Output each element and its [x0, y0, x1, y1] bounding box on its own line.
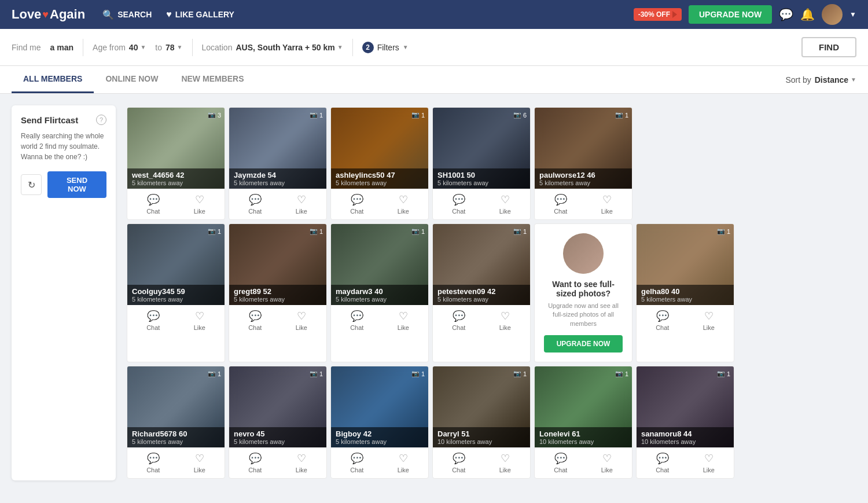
upgrade-now-button[interactable]: UPGRADE NOW	[544, 335, 623, 353]
like-action[interactable]: ♡ Like	[499, 452, 511, 473]
location-label: Location	[202, 43, 233, 52]
chat-label: Chat	[656, 324, 669, 331]
find-button[interactable]: FIND	[801, 37, 856, 57]
chat-action[interactable]: 💬 Chat	[350, 310, 363, 331]
photo-count: 📷 1	[717, 370, 730, 377]
like-action[interactable]: ♡ Like	[703, 310, 715, 331]
like-label: Like	[296, 467, 307, 473]
card-actions: 💬 Chat ♡ Like	[637, 305, 734, 336]
flirtcast-help-icon[interactable]: ?	[96, 115, 106, 125]
nav-search[interactable]: 🔍 SEARCH	[102, 9, 152, 20]
member-photo: 📷 1 Bigboy 42 5 kilometers away	[331, 366, 428, 447]
tab-new-members[interactable]: NEW MEMBERS	[170, 66, 255, 93]
photo-count-value: 1	[218, 370, 221, 377]
chat-action[interactable]: 💬 Chat	[350, 452, 363, 473]
like-action[interactable]: ♡ Like	[398, 310, 409, 331]
like-label: Like	[296, 324, 307, 331]
sort-by: Sort by Distance ▼	[785, 75, 856, 85]
chat-action[interactable]: 💬 Chat	[146, 193, 160, 215]
discount-badge[interactable]: -30% OFF	[634, 8, 682, 21]
like-action[interactable]: ♡ Like	[398, 193, 409, 215]
heart-icon: ♡	[501, 452, 510, 465]
like-action[interactable]: ♡ Like	[601, 193, 613, 215]
chat-action[interactable]: 💬 Chat	[554, 452, 567, 473]
camera-icon: 📷	[717, 370, 725, 377]
heart-icon: ♥	[166, 9, 172, 20]
like-action[interactable]: ♡ Like	[194, 452, 205, 473]
chat-icon: 💬	[351, 193, 363, 206]
member-card: 📷 1 maydarw3 40 5 kilometers away 💬 Chat…	[330, 223, 429, 362]
tab-all-members[interactable]: ALL MEMBERS	[12, 66, 94, 93]
member-name: Coolguy345 59	[132, 287, 220, 296]
like-action[interactable]: ♡ Like	[194, 193, 205, 215]
member-distance: 5 kilometers away	[132, 179, 220, 186]
sort-select[interactable]: Distance ▼	[815, 75, 856, 85]
avatar[interactable]	[822, 4, 843, 25]
like-action[interactable]: ♡ Like	[296, 193, 307, 215]
like-action[interactable]: ♡ Like	[499, 193, 511, 215]
chat-action[interactable]: 💬 Chat	[350, 193, 363, 215]
like-action[interactable]: ♡ Like	[703, 452, 715, 473]
chat-label: Chat	[452, 208, 465, 215]
camera-icon: 📷	[310, 370, 318, 377]
logo[interactable]: Love ♥ Again	[12, 7, 85, 22]
photo-count: 📷 1	[411, 227, 425, 235]
photo-count: 📷 1	[615, 370, 628, 377]
like-action[interactable]: ♡ Like	[296, 452, 307, 473]
flirtcast-text: Really searching the whole world 2 find …	[21, 131, 106, 162]
member-card: 📷 6 SH1001 50 5 kilometers away 💬 Chat ♡	[432, 107, 531, 220]
find-me-value[interactable]: a man	[50, 43, 73, 52]
logo-text: Love	[12, 7, 41, 22]
upgrade-button[interactable]: UPGRADE NOW	[689, 5, 772, 24]
card-actions: 💬 Chat ♡ Like	[637, 447, 734, 478]
chat-action[interactable]: 💬 Chat	[248, 310, 262, 331]
member-photo: 📷 1 gregt89 52 5 kilometers away	[229, 224, 326, 305]
like-action[interactable]: ♡ Like	[194, 310, 205, 331]
like-action[interactable]: ♡ Like	[398, 452, 409, 473]
chat-action[interactable]: 💬 Chat	[452, 310, 465, 331]
member-photo: 📷 3 west_44656 42 5 kilometers away	[127, 108, 225, 189]
photo-count-value: 1	[421, 112, 425, 119]
chat-icon[interactable]: 💬	[779, 8, 793, 21]
chat-action[interactable]: 💬 Chat	[452, 193, 465, 215]
chat-action[interactable]: 💬 Chat	[146, 452, 160, 473]
photo-count-value: 1	[421, 370, 425, 377]
nav-like-gallery[interactable]: ♥ LIKE GALLERY	[166, 9, 234, 20]
chat-label: Chat	[146, 467, 160, 473]
chat-action[interactable]: 💬 Chat	[248, 452, 262, 473]
send-now-button[interactable]: SEND NOW	[47, 171, 106, 198]
age-to-arrow-icon: ▼	[177, 44, 183, 50]
card-info-overlay: west_44656 42 5 kilometers away	[127, 168, 225, 189]
chat-action[interactable]: 💬 Chat	[656, 310, 669, 331]
bell-icon[interactable]: 🔔	[800, 8, 815, 21]
like-action[interactable]: ♡ Like	[499, 310, 511, 331]
refresh-button[interactable]: ↻	[21, 174, 42, 195]
chat-action[interactable]: 💬 Chat	[554, 193, 567, 215]
chat-action[interactable]: 💬 Chat	[452, 452, 465, 473]
location-select[interactable]: AUS, South Yarra + 50 km ▼	[236, 43, 343, 52]
like-label: Like	[601, 208, 613, 215]
chat-action[interactable]: 💬 Chat	[656, 452, 669, 473]
search-icon: 🔍	[102, 9, 114, 20]
card-info-overlay: petesteven09 42 5 kilometers away	[433, 285, 530, 305]
chat-icon: 💬	[249, 452, 262, 465]
member-photo: 📷 1 Coolguy345 59 5 kilometers away	[127, 224, 225, 305]
chat-action[interactable]: 💬 Chat	[248, 193, 262, 215]
photo-count: 📷 3	[208, 111, 221, 119]
member-distance: 5 kilometers away	[234, 296, 322, 303]
member-name: Lonelevi 61	[539, 429, 627, 438]
tab-online-now[interactable]: ONLINE NOW	[94, 66, 170, 93]
photo-count-value: 1	[727, 370, 730, 377]
card-actions: 💬 Chat ♡ Like	[127, 189, 225, 219]
camera-icon: 📷	[615, 370, 623, 377]
filters-group[interactable]: 2 Filters ▼	[362, 42, 409, 53]
chevron-down-icon[interactable]: ▼	[849, 10, 856, 19]
photo-count: 📷 1	[717, 227, 730, 235]
like-action[interactable]: ♡ Like	[601, 452, 613, 473]
member-name: Richard5678 60	[132, 429, 220, 438]
age-from-select[interactable]: 40 ▼	[129, 43, 146, 52]
age-to-select[interactable]: 78 ▼	[165, 43, 182, 52]
chat-action[interactable]: 💬 Chat	[146, 310, 160, 331]
chat-label: Chat	[350, 467, 363, 473]
like-action[interactable]: ♡ Like	[296, 310, 307, 331]
